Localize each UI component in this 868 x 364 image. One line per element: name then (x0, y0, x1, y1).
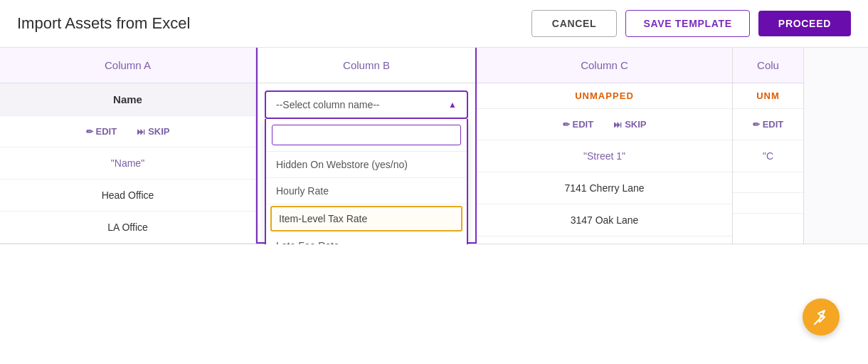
dropdown-item-hourly-rate[interactable]: Hourly Rate (266, 178, 467, 204)
column-c-value3: 3147 Oak Lane (477, 204, 732, 236)
columns-row: Column A Name ✏ EDIT ⏭ SKIP "Name" Head … (0, 48, 868, 244)
column-a-value2: Head Office (0, 180, 255, 212)
column-b-panel: Column B --Select column name-- ▲ Hidden… (256, 48, 477, 244)
skip-icon: ⏭ (137, 127, 145, 137)
column-a-skip-label: SKIP (148, 126, 169, 137)
column-a-value3: LA Office (0, 212, 255, 244)
column-c-value1: "Street 1" (477, 140, 732, 172)
save-template-button[interactable]: SAVE TEMPLATE (625, 10, 749, 37)
column-a-edit-link[interactable]: ✏ EDIT (86, 126, 117, 137)
column-a-panel: Column A Name ✏ EDIT ⏭ SKIP "Name" Head … (0, 48, 256, 244)
chevron-up-icon: ▲ (448, 100, 457, 110)
column-a-actions: ✏ EDIT ⏭ SKIP (0, 116, 255, 147)
column-d-header: Colu (733, 48, 803, 83)
page-title: Import Assets from Excel (17, 14, 190, 33)
column-a-skip-link[interactable]: ⏭ SKIP (137, 126, 169, 137)
dropdown-search-input[interactable] (272, 125, 461, 145)
skip-icon-c: ⏭ (613, 120, 622, 130)
edit-icon-d: ✏ (753, 120, 760, 130)
column-d-value3 (733, 193, 803, 214)
column-a-header: Column A (0, 48, 255, 83)
page-header: Import Assets from Excel CANCEL SAVE TEM… (0, 0, 868, 48)
column-c-skip-label: SKIP (625, 119, 646, 130)
column-c-edit-link[interactable]: ✏ EDIT (563, 119, 594, 130)
column-c-panel: Column C UNMAPPED ✏ EDIT ⏭ SKIP "Street … (477, 48, 733, 244)
column-d-actions: ✏ EDIT (733, 109, 803, 140)
column-c-actions: ✏ EDIT ⏭ SKIP (477, 109, 732, 140)
dropdown-search-container (266, 119, 467, 152)
dropdown-item-late-fee-rate[interactable]: Late Fee Rate (266, 233, 467, 244)
column-c-unmapped: UNMAPPED (477, 83, 732, 109)
dropdown-item-item-level-tax[interactable]: Item-Level Tax Rate (270, 206, 462, 232)
edit-icon-c: ✏ (563, 120, 570, 130)
column-a-edit-label: EDIT (96, 126, 117, 137)
table-area: Column A Name ✏ EDIT ⏭ SKIP "Name" Head … (0, 48, 868, 244)
column-d-edit-link[interactable]: ✏ EDIT (753, 119, 784, 130)
column-c-edit-label: EDIT (573, 119, 594, 130)
column-b-select-button[interactable]: --Select column name-- ▲ (265, 90, 468, 119)
column-c-value2: 7141 Cherry Lane (477, 172, 732, 204)
column-a-value1: "Name" (0, 147, 255, 180)
column-d-panel: Colu UNM ✏ EDIT "C (733, 48, 804, 244)
proceed-button[interactable]: PROCEED (758, 11, 851, 36)
column-b-select-placeholder: --Select column name-- (276, 99, 380, 110)
header-actions: CANCEL SAVE TEMPLATE PROCEED (531, 10, 851, 37)
column-d-edit-label: EDIT (763, 119, 784, 130)
edit-icon: ✏ (86, 127, 93, 137)
cancel-button[interactable]: CANCEL (531, 10, 618, 37)
column-c-skip-link[interactable]: ⏭ SKIP (613, 119, 646, 130)
column-d-value2 (733, 172, 803, 193)
column-d-unmapped: UNM (733, 83, 803, 109)
column-d-value1: "C (733, 140, 803, 172)
column-a-mapped-name: Name (0, 83, 255, 116)
column-b-dropdown: Hidden On Webstore (yes/no) Hourly Rate … (265, 119, 468, 244)
column-c-header: Column C (477, 48, 732, 83)
column-b-header: Column B (258, 48, 475, 83)
column-b-select-wrapper: --Select column name-- ▲ Hidden On Webst… (258, 83, 475, 119)
dropdown-item-hidden-webstore[interactable]: Hidden On Webstore (yes/no) (266, 152, 467, 178)
